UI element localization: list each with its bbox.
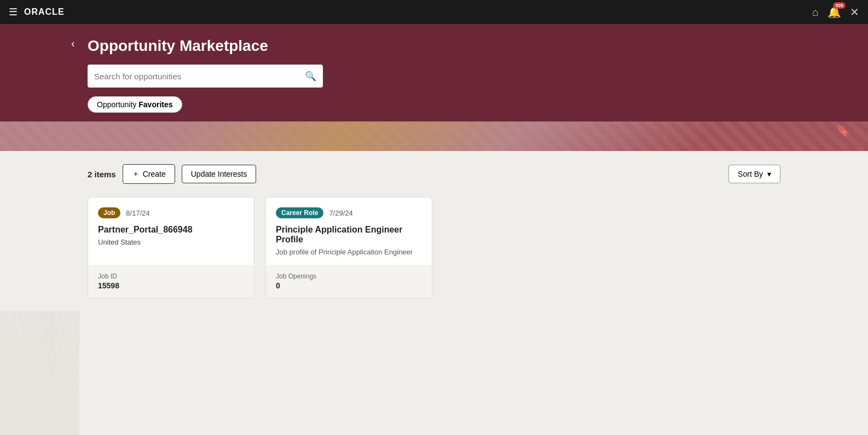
user-icon[interactable]: ✕ — [850, 5, 859, 19]
banner-decoration — [0, 121, 868, 151]
search-bar: 🔍 — [88, 65, 323, 88]
header-banner: ‹ Opportunity Marketplace 🔍 Opportunity … — [0, 24, 868, 151]
sort-label: Sort By — [738, 170, 763, 178]
nav-right: ⌂ 🔔 305 ✕ — [812, 5, 859, 19]
top-nav: ☰ ORACLE ⌂ 🔔 305 ✕ — [0, 0, 868, 24]
card-job-footer-label: Job ID — [98, 272, 244, 280]
search-input[interactable] — [94, 72, 305, 81]
card-job-title: Partner_Portal_866948 — [98, 225, 244, 235]
card-career[interactable]: Career Role 7/29/24 Principle Applicatio… — [265, 197, 432, 298]
header-title-row: ‹ Opportunity Marketplace — [88, 37, 868, 55]
card-career-badge-row: Career Role 7/29/24 — [276, 207, 422, 218]
card-job-footer: Job ID 15598 — [88, 265, 254, 298]
card-career-top: Career Role 7/29/24 Principle Applicatio… — [266, 198, 432, 256]
card-career-description: Job profile of Principle Application Eng… — [276, 248, 422, 256]
plus-icon: ＋ — [132, 169, 140, 179]
card-career-footer-label: Job Openings — [276, 272, 422, 280]
item-count: 2 items — [88, 170, 116, 179]
sort-chevron-icon: ▾ — [767, 170, 771, 178]
sort-button[interactable]: Sort By ▾ — [728, 165, 780, 183]
update-interests-button[interactable]: Update Interests — [182, 165, 257, 183]
main-content: 2 items ＋ Create Update Interests Sort B… — [0, 151, 868, 311]
home-icon[interactable]: ⌂ — [812, 6, 819, 19]
card-job[interactable]: Job 8/17/24 Partner_Portal_866948 United… — [88, 197, 254, 298]
card-job-badge-row: Job 8/17/24 — [98, 207, 244, 218]
back-button[interactable]: ‹ — [71, 37, 75, 50]
oracle-logo: ORACLE — [24, 7, 65, 17]
card-career-title: Principle Application Engineer Profile — [276, 225, 422, 245]
opportunity-favorites-tab[interactable]: Opportunity Favorites — [88, 96, 182, 113]
create-label: Create — [143, 170, 166, 178]
nav-left: ☰ ORACLE — [9, 6, 65, 18]
card-job-top: Job 8/17/24 Partner_Portal_866948 United… — [88, 198, 254, 256]
card-job-footer-value: 15598 — [98, 281, 244, 290]
job-badge: Job — [98, 207, 120, 218]
filter-tab-prefix: Opportunity — [97, 100, 136, 109]
card-career-date: 7/29/24 — [329, 209, 352, 217]
header-content: ‹ Opportunity Marketplace 🔍 Opportunity … — [0, 37, 868, 113]
filter-tab-bold: Favorites — [138, 100, 172, 109]
card-career-footer-value: 0 — [276, 281, 422, 290]
notification-badge: 305 — [833, 2, 846, 9]
career-role-badge: Career Role — [276, 207, 323, 218]
toolbar: 2 items ＋ Create Update Interests Sort B… — [88, 164, 780, 184]
card-job-subtitle: United States — [98, 238, 244, 246]
hamburger-icon[interactable]: ☰ — [9, 6, 18, 18]
notifications-icon[interactable]: 🔔 305 — [828, 5, 841, 19]
card-career-footer: Job Openings 0 — [266, 265, 432, 298]
cards-grid: Job 8/17/24 Partner_Portal_866948 United… — [88, 197, 780, 298]
search-icon: 🔍 — [305, 71, 316, 82]
page-title: Opportunity Marketplace — [88, 37, 268, 55]
card-job-date: 8/17/24 — [126, 209, 149, 217]
create-button[interactable]: ＋ Create — [123, 164, 175, 184]
